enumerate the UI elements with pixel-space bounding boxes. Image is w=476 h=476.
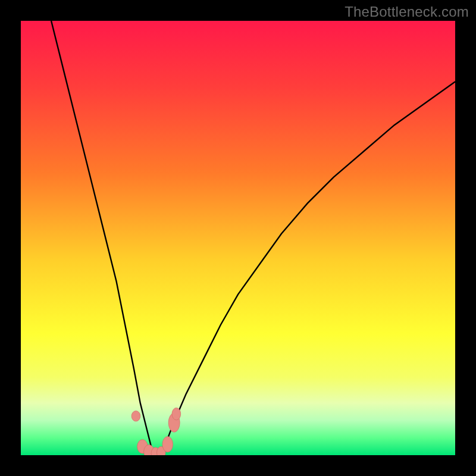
watermark-text: TheBottleneck.com (345, 4, 469, 20)
plot-area (21, 21, 455, 455)
curve-marker (172, 408, 181, 419)
curve-marker (131, 411, 140, 422)
bottleneck-curve (51, 21, 455, 455)
outer-frame: TheBottleneck.com (0, 0, 476, 476)
curve-marker (162, 437, 173, 452)
curve-markers (131, 408, 180, 455)
chart-canvas (21, 21, 455, 455)
